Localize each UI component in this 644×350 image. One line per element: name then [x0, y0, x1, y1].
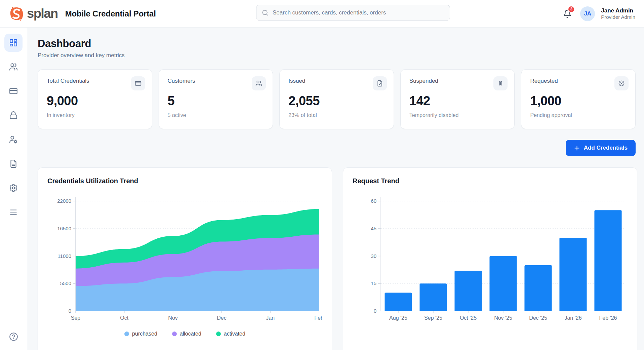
stat-sub: Pending approval: [530, 112, 627, 118]
stat-value: 5: [168, 94, 264, 108]
stat-value: 142: [409, 94, 506, 108]
notification-bell-button[interactable]: 3: [561, 7, 574, 21]
svg-text:22000: 22000: [57, 198, 71, 204]
page-title: Dashboard: [38, 38, 636, 50]
action-row: Add Credentials: [38, 140, 636, 156]
svg-text:Nov: Nov: [168, 315, 177, 321]
plus-icon: [574, 145, 580, 151]
utilization-trend-card: Credentials Utilization Trend 0550011000…: [38, 167, 332, 350]
svg-text:Feb '26: Feb '26: [599, 315, 617, 321]
help-button[interactable]: [6, 329, 21, 344]
stat-card-customers: Customers 5 5 active: [159, 69, 273, 129]
svg-text:15: 15: [371, 280, 376, 286]
search-icon: [262, 9, 269, 16]
sidebar-item-menu[interactable]: [4, 203, 23, 221]
stat-value: 1,000: [530, 94, 627, 108]
svg-text:45: 45: [371, 226, 376, 231]
svg-text:60: 60: [371, 198, 376, 204]
utilization-area-chart[interactable]: 05500110001650022000SepOctNovDecJanFeb: [47, 186, 322, 321]
main-content: Dashboard Provider overview and key metr…: [27, 28, 644, 350]
lock-icon: [9, 111, 18, 120]
svg-text:Dec: Dec: [217, 315, 226, 321]
user-cog-icon: [9, 135, 18, 144]
svg-text:0: 0: [69, 308, 71, 314]
chart-legend: purchased allocated activated: [47, 331, 322, 337]
sidebar-item-settings[interactable]: [4, 179, 23, 197]
global-search[interactable]: [256, 5, 450, 21]
stat-label: Requested: [530, 78, 627, 84]
settings-gear-icon: [9, 184, 18, 192]
brand-wordmark: splan: [27, 6, 58, 21]
search-input[interactable]: [273, 9, 444, 16]
svg-text:Sep: Sep: [71, 315, 81, 321]
stats-row: Total Credentials 9,000 In inventory Cus…: [38, 69, 636, 129]
svg-text:5500: 5500: [60, 280, 71, 286]
sidebar-item-cards[interactable]: [4, 82, 23, 100]
help-circle-icon: [9, 332, 18, 341]
header: splan Mobile Credential Portal 3 JA Jane…: [0, 0, 644, 28]
svg-text:11000: 11000: [57, 253, 71, 259]
credit-card-icon: [131, 76, 145, 90]
page-subtitle: Provider overview and key metrics: [38, 52, 636, 59]
svg-text:Dec '25: Dec '25: [529, 315, 547, 321]
chart-title: Request Trend: [353, 177, 628, 185]
svg-text:0: 0: [374, 308, 376, 314]
pause-icon: [493, 76, 508, 90]
splan-logo-icon: [9, 6, 24, 22]
stat-sub: 23% of total: [288, 112, 385, 118]
sidebar-item-user-settings[interactable]: [4, 130, 23, 149]
svg-text:Oct '25: Oct '25: [460, 315, 477, 321]
menu-icon: [9, 208, 18, 217]
file-text-icon: [9, 159, 18, 168]
sidebar: [0, 28, 27, 350]
svg-text:Jan '26: Jan '26: [564, 315, 581, 321]
stat-label: Customers: [168, 78, 264, 84]
users-icon: [252, 76, 266, 90]
user-avatar[interactable]: JA: [580, 6, 595, 21]
circle-x-icon: [614, 76, 629, 90]
stat-value: 2,055: [288, 94, 385, 108]
file-check-icon: [373, 76, 387, 90]
add-credentials-label: Add Credentials: [584, 145, 628, 151]
stat-card-requested: Requested 1,000 Pending approval: [521, 69, 636, 129]
legend-item-activated: activated: [216, 331, 245, 337]
user-role: Provider Admin: [601, 14, 635, 21]
notification-badge: 3: [568, 6, 575, 13]
stat-card-total-credentials: Total Credentials 9,000 In inventory: [38, 69, 152, 129]
legend-dot: [124, 332, 129, 336]
app-title: Mobile Credential Portal: [65, 9, 156, 18]
stat-label: Issued: [288, 78, 385, 84]
credit-card-icon: [9, 87, 18, 95]
request-trend-card: Request Trend 015304560Aug '25Sep '25Oct…: [343, 167, 637, 350]
svg-text:30: 30: [371, 253, 376, 259]
stat-label: Suspended: [409, 78, 506, 84]
brand: splan Mobile Credential Portal: [9, 6, 156, 22]
sidebar-item-dashboard[interactable]: [4, 34, 23, 52]
svg-text:Feb: Feb: [314, 315, 322, 321]
user-meta: Jane Admin Provider Admin: [601, 7, 635, 21]
header-right: 3 JA Jane Admin Provider Admin: [561, 6, 635, 21]
svg-text:Aug '25: Aug '25: [389, 315, 407, 321]
sidebar-item-documents[interactable]: [4, 155, 23, 173]
stat-sub: In inventory: [47, 112, 143, 118]
legend-dot: [172, 332, 177, 336]
stat-sub: 5 active: [168, 112, 264, 118]
sidebar-item-credentials[interactable]: [4, 106, 23, 124]
add-credentials-button[interactable]: Add Credentials: [566, 140, 636, 156]
svg-text:Nov '25: Nov '25: [494, 315, 512, 321]
dashboard-grid-icon: [9, 38, 18, 47]
stat-value: 9,000: [47, 94, 143, 108]
svg-text:Sep '25: Sep '25: [424, 315, 442, 321]
request-bar-chart[interactable]: 015304560Aug '25Sep '25Oct '25Nov '25Dec…: [353, 186, 628, 321]
stat-card-issued: Issued 2,055 23% of total: [279, 69, 394, 129]
charts-row: Credentials Utilization Trend 0550011000…: [38, 167, 636, 350]
svg-text:Jan: Jan: [266, 315, 275, 321]
sidebar-item-users[interactable]: [4, 58, 23, 76]
legend-item-purchased: purchased: [124, 331, 157, 337]
stat-sub: Temporarily disabled: [409, 112, 506, 118]
svg-text:16500: 16500: [57, 226, 71, 231]
users-icon: [9, 63, 18, 71]
legend-item-allocated: allocated: [172, 331, 201, 337]
stat-card-suspended: Suspended 142 Temporarily disabled: [400, 69, 515, 129]
legend-dot: [216, 332, 221, 336]
